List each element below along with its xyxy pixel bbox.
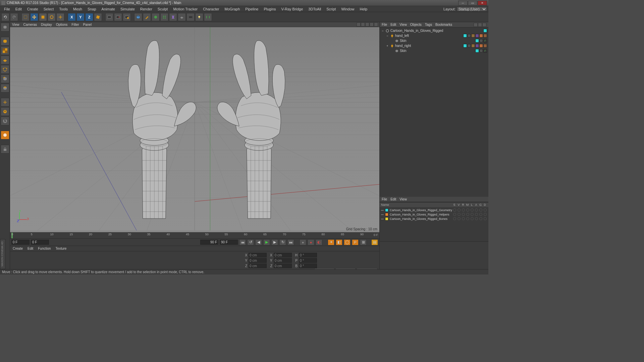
layer-toggle[interactable] [466, 208, 469, 212]
vp-menu-filter[interactable]: Filter [71, 23, 79, 26]
key-scale-button[interactable]: ◧ [336, 239, 342, 245]
menu-pipeline[interactable]: Pipeline [243, 7, 261, 11]
light-tool[interactable] [195, 13, 203, 21]
floor-tool[interactable] [178, 13, 186, 21]
y-pos-field[interactable] [249, 258, 267, 263]
nurbs-tool[interactable] [152, 13, 160, 21]
vp-menu-display[interactable]: Display [41, 23, 52, 26]
layer-name[interactable]: Cartoon_Hands_in_Gloves_Rigged_Helpers [390, 213, 452, 216]
z-axis-lock[interactable]: Z [85, 13, 93, 21]
menu-mesh[interactable]: Mesh [70, 7, 85, 11]
obj-tags[interactable] [463, 44, 487, 48]
menu-v-ray-bridge[interactable]: V-Ray Bridge [279, 7, 306, 11]
layer-toggle[interactable] [453, 217, 456, 220]
current-frame-field[interactable] [11, 240, 30, 245]
vp-menu-options[interactable]: Options [56, 23, 67, 26]
deformer-tool[interactable] [169, 13, 177, 21]
menu-mograph[interactable]: MoGraph [222, 7, 243, 11]
menu-animate[interactable]: Animate [99, 7, 118, 11]
layer-toggle[interactable] [475, 217, 478, 220]
layer-toggle[interactable] [466, 217, 469, 220]
obj-name[interactable]: Skin [400, 49, 474, 53]
y-axis-lock[interactable]: Y [76, 13, 85, 21]
layer-toggle[interactable] [479, 213, 482, 216]
viewport[interactable]: Perspective [10, 27, 379, 232]
tree-row[interactable]: − Cartoon_Hands_in_Gloves_Rigged [380, 28, 488, 33]
obj-tags[interactable]: ✓ [475, 49, 487, 53]
layer-toggle[interactable] [466, 213, 469, 216]
layer-toggle[interactable] [484, 208, 487, 212]
next-frame-button[interactable]: ▶ [271, 239, 278, 245]
layer-list[interactable]: ─ Cartoon_Hands_in_Gloves_Rigged_Geometr… [380, 207, 488, 241]
tree-row[interactable]: Skin ✓ [380, 48, 488, 53]
script-tool[interactable] [204, 13, 212, 21]
vp-menu-cameras[interactable]: Cameras [23, 23, 37, 26]
z-size-field[interactable] [274, 263, 292, 268]
om-btn-2[interactable] [478, 23, 482, 27]
editable-icon[interactable] [1, 23, 9, 32]
z-pos-field[interactable] [249, 263, 267, 268]
axis-mode[interactable] [1, 98, 9, 107]
end-frame-field[interactable] [200, 240, 218, 245]
expand-icon[interactable]: − [381, 29, 384, 33]
camera-tool[interactable] [186, 13, 195, 21]
om-menu-objects[interactable]: Objects [410, 23, 422, 26]
total-frame-field[interactable] [220, 240, 238, 245]
menu-window[interactable]: Window [338, 7, 357, 11]
layer-expand[interactable]: ─ [381, 208, 384, 212]
vp-btn-4[interactable] [370, 22, 374, 26]
layer-name[interactable]: Cartoon_Hands_in_Gloves_Rigged_Geometry [390, 208, 452, 212]
y-size-field[interactable] [274, 258, 292, 263]
layer-toggle[interactable] [462, 213, 465, 216]
object-tree[interactable]: − Cartoon_Hands_in_Gloves_Rigged − hand_… [380, 27, 488, 197]
menu-3dtoall[interactable]: 3DToAll [306, 7, 324, 11]
layer-toggle[interactable] [479, 208, 482, 212]
layer-expand[interactable]: ─ [381, 213, 384, 217]
vp-menu-panel[interactable]: Panel [83, 23, 92, 26]
minimize-button[interactable]: ─ [458, 1, 468, 5]
rotate-tool[interactable] [48, 13, 56, 21]
layer-toggle[interactable] [479, 217, 482, 220]
array-tool[interactable] [160, 13, 168, 21]
layer-toggle[interactable] [475, 213, 478, 216]
layer-row[interactable]: ─ Cartoon_Hands_in_Gloves_Rigged_Geometr… [380, 208, 488, 212]
render-view[interactable] [105, 13, 113, 21]
anim-menu-texture[interactable]: Texture [56, 247, 67, 250]
anim-menu-edit[interactable]: Edit [28, 247, 33, 250]
menu-script[interactable]: Script [324, 7, 338, 11]
maximize-button[interactable]: ▭ [468, 1, 477, 5]
polygon-mode[interactable] [1, 84, 9, 93]
maxon-tab[interactable]: MAXON CINEMA 4D [0, 239, 5, 269]
obj-name[interactable]: Skin [400, 39, 474, 43]
om-menu-file[interactable]: File [382, 23, 387, 26]
start-frame-field[interactable] [31, 240, 49, 245]
next-key-button[interactable]: ↻ [279, 239, 286, 245]
menu-motion-tracker[interactable]: Motion Tracker [170, 7, 200, 11]
tree-row[interactable]: + hand_right [380, 43, 488, 48]
goto-start-button[interactable]: ⏮ [239, 239, 246, 245]
layer-toggle[interactable] [453, 208, 456, 212]
render-region[interactable] [114, 13, 122, 21]
workplane-mode[interactable] [1, 56, 9, 64]
render-settings[interactable] [123, 13, 131, 21]
select-tool[interactable] [21, 13, 30, 21]
vp-btn-1[interactable] [357, 22, 361, 26]
lm-menu-file[interactable]: File [382, 197, 387, 201]
close-button[interactable]: ✕ [478, 1, 487, 5]
expand-icon[interactable]: − [386, 34, 389, 38]
x-axis-lock[interactable]: X [68, 13, 76, 21]
layout-dropdown[interactable]: Startup (User) [457, 7, 487, 11]
om-menu-view[interactable]: View [399, 23, 407, 26]
layer-swatch[interactable] [385, 208, 388, 212]
redo-button[interactable] [10, 13, 18, 21]
point-mode[interactable] [1, 65, 9, 74]
tree-row[interactable]: − hand_left [380, 33, 488, 38]
tweak-mode[interactable] [1, 107, 9, 116]
layer-expand[interactable]: ─ [381, 217, 384, 221]
lm-menu-view[interactable]: View [399, 197, 407, 201]
menu-character[interactable]: Character [200, 7, 222, 11]
move-tool[interactable] [30, 13, 38, 21]
om-btn-3[interactable] [482, 23, 486, 27]
coord-system[interactable] [94, 13, 102, 21]
layer-toggle[interactable] [458, 217, 461, 220]
